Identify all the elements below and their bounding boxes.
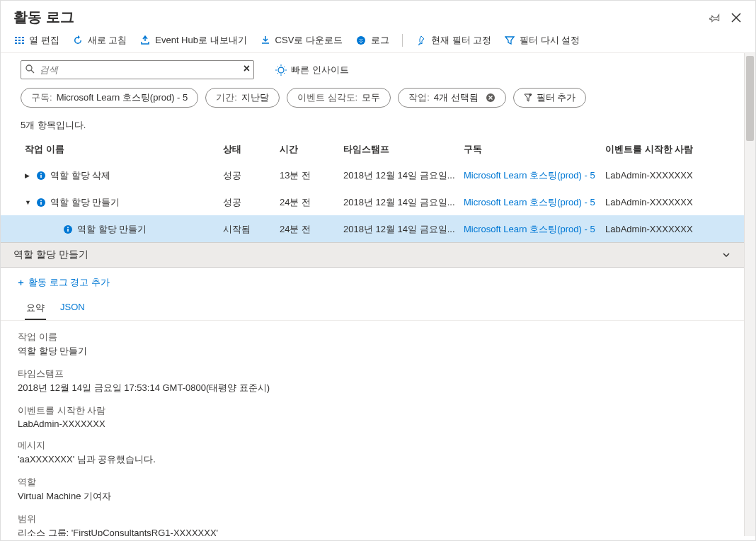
pin-filter-button[interactable]: 현재 필터 고정 <box>416 34 491 47</box>
main-content: × 빠른 인사이트 구독: Microsoft Learn 호스팅(prod) … <box>1 53 744 536</box>
row-subscription[interactable]: Microsoft Learn 호스팅(prod) - 5 <box>464 196 605 209</box>
row-time: 24분 전 <box>280 223 343 236</box>
logs-button[interactable]: 로그 <box>355 34 389 47</box>
svg-rect-8 <box>40 202 42 205</box>
details-panel: 작업 이름역할 할당 만들기 타임스탬프2018년 12월 14일 금요일 17… <box>1 321 744 536</box>
table-row[interactable]: ▶역할 할당 삭제성공13분 전2018년 12월 14일 금요일...Micr… <box>1 161 744 188</box>
remove-filter-icon[interactable] <box>486 93 496 103</box>
row-name: 역할 할당 삭제 <box>50 169 110 182</box>
col-time[interactable]: 시간 <box>280 143 343 156</box>
download-icon <box>260 35 271 46</box>
detail-value: LabAdmin-XXXXXXX <box>18 418 727 429</box>
detail-label: 메시지 <box>18 439 727 452</box>
refresh-button[interactable]: 새로 고침 <box>72 34 127 47</box>
grid-header: 작업 이름 상태 시간 타임스탬프 구독 이벤트를 시작한 사람 <box>1 137 744 161</box>
row-time: 24분 전 <box>280 196 343 209</box>
tab-json[interactable]: JSON <box>59 297 86 320</box>
col-timestamp[interactable]: 타임스탬프 <box>343 143 464 156</box>
tab-summary[interactable]: 요약 <box>25 297 46 320</box>
info-icon <box>36 198 46 207</box>
detail-tabs: 요약 JSON <box>1 292 744 321</box>
chevron-down-icon <box>721 250 731 260</box>
detail-value: 역할 할당 만들기 <box>18 345 727 358</box>
row-status: 성공 <box>223 196 280 209</box>
search-input[interactable] <box>21 60 254 79</box>
reset-filter-button[interactable]: 필터 다시 설정 <box>504 34 580 47</box>
plus-icon: ＋ <box>16 276 25 289</box>
info-icon <box>63 224 73 234</box>
activity-grid: 작업 이름 상태 시간 타임스탬프 구독 이벤트를 시작한 사람 ▶역할 할당 … <box>1 137 744 242</box>
filter-subscription[interactable]: 구독: Microsoft Learn 호스팅(prod) - 5 <box>21 88 198 108</box>
add-filter-icon <box>524 93 532 102</box>
svg-rect-5 <box>40 175 42 178</box>
row-subscription[interactable]: Microsoft Learn 호스팅(prod) - 5 <box>464 169 605 182</box>
svg-point-1 <box>26 65 32 71</box>
col-name[interactable]: 작업 이름 <box>25 143 223 156</box>
export-icon <box>139 35 151 46</box>
row-name: 역할 할당 만들기 <box>50 196 120 209</box>
svg-rect-12 <box>67 227 69 228</box>
header: 활동 로그 <box>1 1 755 31</box>
clear-search-icon[interactable]: × <box>244 62 250 75</box>
detail-label: 작업 이름 <box>18 331 727 343</box>
filter-severity[interactable]: 이벤트 심각도: 모두 <box>287 88 391 108</box>
col-subscription[interactable]: 구독 <box>464 143 605 156</box>
filter-operation[interactable]: 작업: 4개 선택됨 <box>398 88 505 108</box>
row-initiated: LabAdmin-XXXXXXX <box>605 224 731 234</box>
add-filter-button[interactable]: 필터 추가 <box>513 88 587 108</box>
insights-icon <box>275 64 287 76</box>
export-eventhub-button[interactable]: Event Hub로 내보내기 <box>139 34 246 47</box>
download-csv-button[interactable]: CSV로 다운로드 <box>260 34 343 47</box>
row-timestamp: 2018년 12월 14일 금요일... <box>343 196 464 209</box>
filter-reset-icon <box>504 35 515 46</box>
svg-rect-11 <box>67 229 69 232</box>
detail-value: Virtual Machine 기여자 <box>18 490 727 503</box>
col-initiated[interactable]: 이벤트를 시작한 사람 <box>605 143 731 156</box>
svg-rect-9 <box>40 200 42 201</box>
expand-icon[interactable]: ▶ <box>25 172 32 179</box>
detail-value: 'aaXXXXXXX' 님과 공유했습니다. <box>18 453 727 466</box>
col-status[interactable]: 상태 <box>223 143 280 156</box>
detail-value: 리소스 그룹: 'FirstUpConsultantsRG1-XXXXXXX' <box>18 527 727 536</box>
columns-icon <box>13 35 25 46</box>
page-title: 활동 로그 <box>13 8 700 27</box>
table-row[interactable]: ▼역할 할당 만들기성공24분 전2018년 12월 14일 금요일...Mic… <box>1 188 744 215</box>
quick-insights-button[interactable]: 빠른 인사이트 <box>275 64 349 76</box>
row-name: 역할 할당 만들기 <box>77 223 147 236</box>
detail-value: 2018년 12월 14일 금요일 17:53:14 GMT-0800(태평양 … <box>18 382 727 394</box>
close-icon[interactable] <box>730 11 743 24</box>
expand-icon[interactable]: ▼ <box>25 199 32 206</box>
scrollbar[interactable] <box>744 53 755 536</box>
row-timestamp: 2018년 12월 14일 금요일... <box>343 169 464 182</box>
detail-label: 이벤트를 시작한 사람 <box>18 404 727 417</box>
pin-icon[interactable] <box>709 11 721 24</box>
row-initiated: LabAdmin-XXXXXXX <box>605 197 731 207</box>
search-icon <box>25 64 35 74</box>
svg-rect-6 <box>40 173 42 174</box>
pin-filter-icon <box>416 35 427 46</box>
svg-point-2 <box>278 67 284 73</box>
row-initiated: LabAdmin-XXXXXXX <box>605 170 731 181</box>
edit-columns-button[interactable]: 열 편집 <box>13 34 59 47</box>
detail-label: 역할 <box>18 476 727 489</box>
toolbar: 열 편집 새로 고침 Event Hub로 내보내기 CSV로 다운로드 로그 … <box>1 31 755 53</box>
details-pane-header[interactable]: 역할 할당 만들기 <box>1 242 744 268</box>
row-status: 성공 <box>223 169 280 182</box>
detail-label: 범위 <box>18 513 727 525</box>
search-box: × <box>21 60 254 79</box>
item-count: 5개 항목입니다. <box>1 112 744 137</box>
table-row[interactable]: 역할 할당 만들기시작됨24분 전2018년 12월 14일 금요일...Mic… <box>1 215 744 242</box>
info-icon <box>36 171 46 181</box>
toolbar-separator <box>402 34 403 47</box>
filter-timespan[interactable]: 기간: 지난달 <box>205 88 280 108</box>
add-alert-button[interactable]: ＋ 활동 로그 경고 추가 <box>1 268 744 292</box>
row-timestamp: 2018년 12월 14일 금요일... <box>343 223 464 236</box>
logs-icon <box>355 35 367 46</box>
row-subscription[interactable]: Microsoft Learn 호스팅(prod) - 5 <box>464 223 605 236</box>
refresh-icon <box>72 35 84 46</box>
detail-label: 타임스탬프 <box>18 368 727 380</box>
row-time: 13분 전 <box>280 169 343 182</box>
row-status: 시작됨 <box>223 223 280 236</box>
